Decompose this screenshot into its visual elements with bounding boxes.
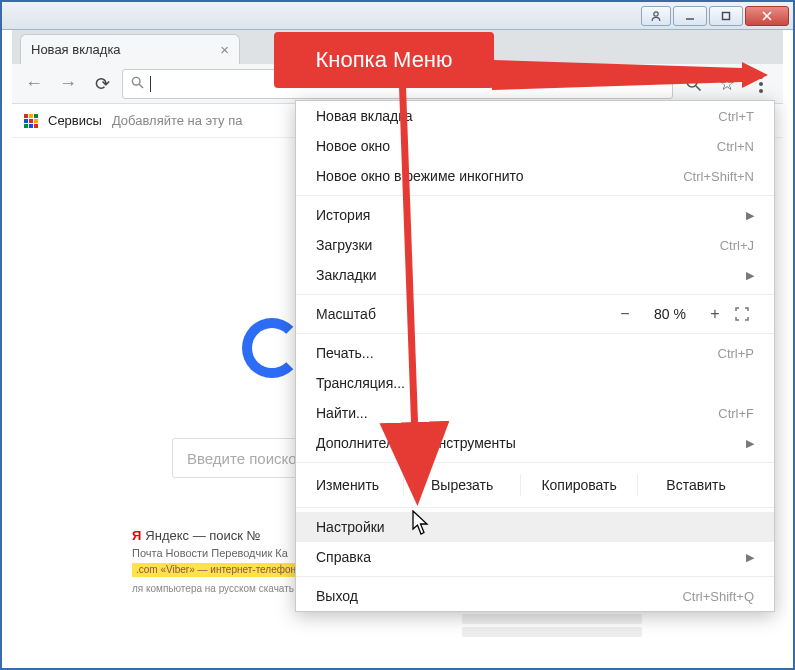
svg-point-7	[687, 77, 697, 87]
menu-item-new-window[interactable]: Новое окно Ctrl+N	[296, 131, 774, 161]
callout-text: Кнопка Меню	[315, 47, 452, 73]
menu-label: Новое окно	[316, 138, 390, 154]
menu-item-downloads[interactable]: Загрузки Ctrl+J	[296, 230, 774, 260]
menu-label: Настройки	[316, 519, 385, 535]
menu-separator	[296, 294, 774, 295]
tab-title: Новая вкладка	[31, 42, 121, 57]
apps-label[interactable]: Сервисы	[48, 113, 102, 128]
menu-item-incognito[interactable]: Новое окно в режиме инкогнито Ctrl+Shift…	[296, 161, 774, 191]
card-yellow: .com «Viber» — интернет-телефон	[132, 563, 322, 577]
menu-label: Найти...	[316, 405, 368, 421]
thumbnail-card-yandex[interactable]: ЯЯндекс — поиск № Почта Новости Переводч…	[132, 528, 322, 594]
zoom-icon[interactable]	[679, 70, 707, 98]
menu-shortcut: Ctrl+J	[720, 238, 754, 253]
menu-label: Печать...	[316, 345, 374, 361]
edit-copy-button[interactable]: Копировать	[520, 474, 637, 496]
tab-new[interactable]: Новая вкладка ×	[20, 34, 240, 64]
card-title: Яндекс — поиск №	[145, 528, 260, 543]
chevron-right-icon: ▶	[746, 437, 754, 450]
menu-label: Изменить	[316, 477, 379, 493]
cursor-icon	[412, 510, 432, 536]
menu-item-new-tab[interactable]: Новая вкладка Ctrl+T	[296, 101, 774, 131]
menu-item-cast[interactable]: Трансляция...	[296, 368, 774, 398]
zoom-in-button[interactable]: +	[700, 305, 730, 323]
main-menu: Новая вкладка Ctrl+T Новое окно Ctrl+N Н…	[295, 100, 775, 612]
menu-separator	[296, 333, 774, 334]
svg-point-0	[654, 11, 658, 15]
window-user-button[interactable]	[641, 6, 671, 26]
svg-line-6	[139, 84, 143, 88]
menu-label: Новое окно в режиме инкогнито	[316, 168, 524, 184]
menu-item-find[interactable]: Найти... Ctrl+F	[296, 398, 774, 428]
chevron-right-icon: ▶	[746, 209, 754, 222]
google-logo	[242, 318, 302, 378]
menu-item-print[interactable]: Печать... Ctrl+P	[296, 338, 774, 368]
menu-shortcut: Ctrl+Shift+Q	[682, 589, 754, 604]
menu-item-history[interactable]: История ▶	[296, 200, 774, 230]
menu-item-settings[interactable]: Настройки	[296, 512, 774, 542]
menu-label: Загрузки	[316, 237, 372, 253]
menu-label: Трансляция...	[316, 375, 405, 391]
zoom-value: 80 %	[640, 306, 700, 322]
edit-paste-button[interactable]: Вставить	[637, 474, 754, 496]
menu-label: Закладки	[316, 267, 377, 283]
apps-icon[interactable]	[24, 114, 38, 128]
menu-separator	[296, 462, 774, 463]
window-maximize-button[interactable]	[709, 6, 743, 26]
menu-separator	[296, 576, 774, 577]
reload-button[interactable]: ⟳	[88, 70, 116, 98]
menu-item-help[interactable]: Справка ▶	[296, 542, 774, 572]
bookmarks-hint: Добавляйте на эту па	[112, 113, 243, 128]
zoom-out-button[interactable]: −	[610, 305, 640, 323]
menu-label: История	[316, 207, 370, 223]
svg-point-5	[132, 77, 140, 85]
menu-button[interactable]	[747, 70, 775, 98]
card-links: Почта Новости Переводчик Ка	[132, 547, 322, 559]
card-grey: ля компьютера на русском скачать бес	[132, 583, 322, 594]
menu-label: Выход	[316, 588, 358, 604]
menu-zoom-row: Масштаб − 80 % +	[296, 299, 774, 329]
menu-label: Дополнительные инструменты	[316, 435, 516, 451]
omnibox-caret	[150, 76, 151, 92]
forward-button[interactable]: →	[54, 70, 82, 98]
back-button[interactable]: ←	[20, 70, 48, 98]
menu-shortcut: Ctrl+F	[718, 406, 754, 421]
menu-shortcut: Ctrl+P	[718, 346, 754, 361]
menu-edit-row: Изменить Вырезать Копировать Вставить	[296, 467, 774, 503]
menu-label: Новая вкладка	[316, 108, 413, 124]
search-box[interactable]: Введите поисков	[172, 438, 312, 478]
menu-shortcut: Ctrl+Shift+N	[683, 169, 754, 184]
menu-item-exit[interactable]: Выход Ctrl+Shift+Q	[296, 581, 774, 611]
window-minimize-button[interactable]	[673, 6, 707, 26]
menu-label: Справка	[316, 549, 371, 565]
svg-rect-2	[723, 12, 730, 19]
chevron-right-icon: ▶	[746, 269, 754, 282]
fullscreen-icon[interactable]	[730, 305, 754, 323]
chevron-right-icon: ▶	[746, 551, 754, 564]
menu-item-bookmarks[interactable]: Закладки ▶	[296, 260, 774, 290]
window-close-button[interactable]	[745, 6, 789, 26]
annotation-callout: Кнопка Меню	[274, 32, 494, 88]
menu-item-more-tools[interactable]: Дополнительные инструменты ▶	[296, 428, 774, 458]
menu-shortcut: Ctrl+T	[718, 109, 754, 124]
tab-close-icon[interactable]: ×	[220, 42, 229, 57]
svg-line-8	[696, 86, 701, 91]
star-icon[interactable]: ☆	[713, 70, 741, 98]
window-titlebar	[2, 2, 793, 30]
menu-label: Масштаб	[316, 306, 376, 322]
search-placeholder: Введите поисков	[187, 450, 305, 467]
search-icon	[131, 76, 144, 92]
edit-cut-button[interactable]: Вырезать	[403, 474, 520, 496]
menu-separator	[296, 195, 774, 196]
menu-separator	[296, 507, 774, 508]
menu-shortcut: Ctrl+N	[717, 139, 754, 154]
